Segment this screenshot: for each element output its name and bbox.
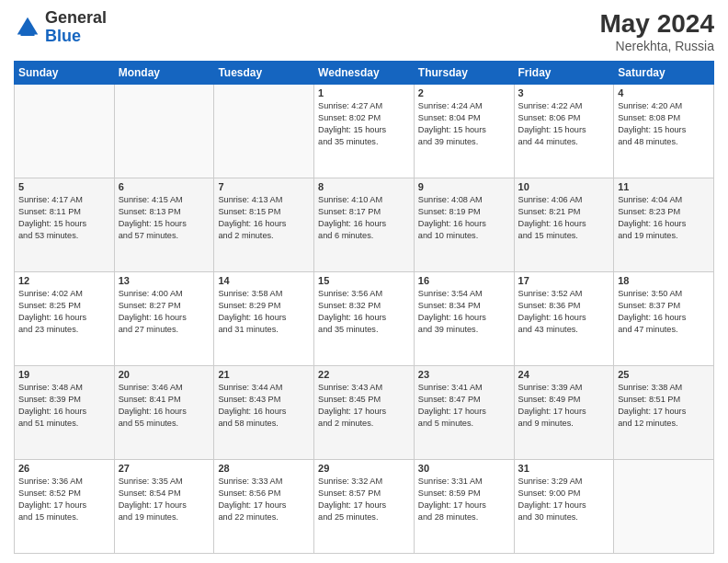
day-cell: 1Sunrise: 4:27 AM Sunset: 8:02 PM Daylig…	[314, 85, 415, 178]
day-number: 18	[618, 275, 710, 286]
day-cell: 15Sunrise: 3:56 AM Sunset: 8:32 PM Dayli…	[314, 272, 415, 366]
day-number: 13	[119, 275, 210, 286]
day-cell: 4Sunrise: 4:20 AM Sunset: 8:08 PM Daylig…	[614, 85, 714, 178]
day-number: 28	[218, 463, 310, 474]
logo-general: General	[45, 8, 107, 27]
day-cell	[214, 85, 314, 178]
day-info: Sunrise: 3:58 AM Sunset: 8:29 PM Dayligh…	[218, 288, 310, 336]
day-cell: 9Sunrise: 4:08 AM Sunset: 8:19 PM Daylig…	[414, 178, 514, 272]
logo-icon	[14, 14, 41, 41]
day-number: 6	[119, 181, 210, 192]
day-cell: 11Sunrise: 4:04 AM Sunset: 8:23 PM Dayli…	[614, 178, 714, 272]
day-cell: 3Sunrise: 4:22 AM Sunset: 8:06 PM Daylig…	[514, 85, 614, 178]
svg-rect-1	[21, 33, 35, 36]
day-info: Sunrise: 4:00 AM Sunset: 8:27 PM Dayligh…	[119, 288, 210, 336]
day-info: Sunrise: 3:39 AM Sunset: 8:49 PM Dayligh…	[518, 382, 610, 430]
day-info: Sunrise: 3:50 AM Sunset: 8:37 PM Dayligh…	[618, 288, 710, 336]
col-friday: Friday	[514, 62, 614, 85]
day-cell: 30Sunrise: 3:31 AM Sunset: 8:59 PM Dayli…	[414, 460, 514, 554]
week-row-3: 19Sunrise: 3:48 AM Sunset: 8:39 PM Dayli…	[15, 366, 714, 460]
day-cell: 31Sunrise: 3:29 AM Sunset: 9:00 PM Dayli…	[514, 460, 614, 554]
day-info: Sunrise: 3:46 AM Sunset: 8:41 PM Dayligh…	[119, 382, 210, 430]
day-number: 11	[618, 181, 710, 192]
day-info: Sunrise: 4:27 AM Sunset: 8:02 PM Dayligh…	[318, 100, 410, 148]
day-number: 21	[218, 369, 310, 380]
page: General Blue May 2024 Nerekhta, Russia S…	[0, 0, 728, 563]
day-cell: 20Sunrise: 3:46 AM Sunset: 8:41 PM Dayli…	[114, 366, 214, 460]
calendar-table: Sunday Monday Tuesday Wednesday Thursday…	[14, 61, 714, 554]
day-number: 23	[418, 369, 510, 380]
title-block: May 2024 Nerekhta, Russia	[599, 9, 714, 53]
day-info: Sunrise: 3:54 AM Sunset: 8:34 PM Dayligh…	[418, 288, 510, 336]
day-number: 5	[18, 181, 110, 192]
day-info: Sunrise: 4:08 AM Sunset: 8:19 PM Dayligh…	[418, 194, 510, 242]
day-cell: 28Sunrise: 3:33 AM Sunset: 8:56 PM Dayli…	[214, 460, 314, 554]
day-number: 4	[618, 87, 710, 98]
logo: General Blue	[14, 9, 107, 46]
col-monday: Monday	[114, 62, 214, 85]
day-info: Sunrise: 3:33 AM Sunset: 8:56 PM Dayligh…	[218, 476, 310, 523]
day-cell: 13Sunrise: 4:00 AM Sunset: 8:27 PM Dayli…	[114, 272, 214, 366]
day-cell	[114, 85, 214, 178]
day-info: Sunrise: 4:15 AM Sunset: 8:13 PM Dayligh…	[119, 194, 210, 242]
day-cell: 18Sunrise: 3:50 AM Sunset: 8:37 PM Dayli…	[614, 272, 714, 366]
day-number: 14	[218, 275, 310, 286]
day-number: 26	[18, 463, 110, 474]
day-cell: 24Sunrise: 3:39 AM Sunset: 8:49 PM Dayli…	[514, 366, 614, 460]
day-cell: 21Sunrise: 3:44 AM Sunset: 8:43 PM Dayli…	[214, 366, 314, 460]
day-info: Sunrise: 3:43 AM Sunset: 8:45 PM Dayligh…	[318, 382, 410, 430]
day-info: Sunrise: 4:20 AM Sunset: 8:08 PM Dayligh…	[618, 100, 710, 148]
day-number: 2	[418, 87, 510, 98]
day-info: Sunrise: 3:36 AM Sunset: 8:52 PM Dayligh…	[18, 476, 110, 523]
day-number: 7	[218, 181, 310, 192]
day-cell: 27Sunrise: 3:35 AM Sunset: 8:54 PM Dayli…	[114, 460, 214, 554]
day-number: 12	[18, 275, 110, 286]
day-info: Sunrise: 3:32 AM Sunset: 8:57 PM Dayligh…	[318, 476, 410, 523]
day-number: 30	[418, 463, 510, 474]
day-number: 9	[418, 181, 510, 192]
day-cell: 26Sunrise: 3:36 AM Sunset: 8:52 PM Dayli…	[15, 460, 115, 554]
day-number: 19	[18, 369, 110, 380]
day-cell: 2Sunrise: 4:24 AM Sunset: 8:04 PM Daylig…	[414, 85, 514, 178]
day-cell: 5Sunrise: 4:17 AM Sunset: 8:11 PM Daylig…	[15, 178, 115, 272]
day-number: 27	[119, 463, 210, 474]
day-cell: 17Sunrise: 3:52 AM Sunset: 8:36 PM Dayli…	[514, 272, 614, 366]
week-row-2: 12Sunrise: 4:02 AM Sunset: 8:25 PM Dayli…	[15, 272, 714, 366]
day-cell: 29Sunrise: 3:32 AM Sunset: 8:57 PM Dayli…	[314, 460, 415, 554]
day-info: Sunrise: 4:24 AM Sunset: 8:04 PM Dayligh…	[418, 100, 510, 148]
day-info: Sunrise: 4:22 AM Sunset: 8:06 PM Dayligh…	[518, 100, 610, 148]
week-row-0: 1Sunrise: 4:27 AM Sunset: 8:02 PM Daylig…	[15, 85, 714, 178]
day-number: 16	[418, 275, 510, 286]
day-info: Sunrise: 3:48 AM Sunset: 8:39 PM Dayligh…	[18, 382, 110, 430]
day-info: Sunrise: 3:44 AM Sunset: 8:43 PM Dayligh…	[218, 382, 310, 430]
day-info: Sunrise: 3:41 AM Sunset: 8:47 PM Dayligh…	[418, 382, 510, 430]
header-row: Sunday Monday Tuesday Wednesday Thursday…	[15, 62, 714, 85]
week-row-4: 26Sunrise: 3:36 AM Sunset: 8:52 PM Dayli…	[15, 460, 714, 554]
col-wednesday: Wednesday	[314, 62, 415, 85]
week-row-1: 5Sunrise: 4:17 AM Sunset: 8:11 PM Daylig…	[15, 178, 714, 272]
day-number: 20	[119, 369, 210, 380]
day-info: Sunrise: 3:31 AM Sunset: 8:59 PM Dayligh…	[418, 476, 510, 523]
day-number: 24	[518, 369, 610, 380]
day-cell: 16Sunrise: 3:54 AM Sunset: 8:34 PM Dayli…	[414, 272, 514, 366]
day-info: Sunrise: 4:13 AM Sunset: 8:15 PM Dayligh…	[218, 194, 310, 242]
svg-marker-0	[17, 17, 39, 35]
day-info: Sunrise: 4:17 AM Sunset: 8:11 PM Dayligh…	[18, 194, 110, 242]
day-cell: 14Sunrise: 3:58 AM Sunset: 8:29 PM Dayli…	[214, 272, 314, 366]
day-number: 15	[318, 275, 410, 286]
day-info: Sunrise: 4:04 AM Sunset: 8:23 PM Dayligh…	[618, 194, 710, 242]
day-cell: 25Sunrise: 3:38 AM Sunset: 8:51 PM Dayli…	[614, 366, 714, 460]
day-number: 1	[318, 87, 410, 98]
col-saturday: Saturday	[614, 62, 714, 85]
day-cell: 19Sunrise: 3:48 AM Sunset: 8:39 PM Dayli…	[15, 366, 115, 460]
day-info: Sunrise: 3:52 AM Sunset: 8:36 PM Dayligh…	[518, 288, 610, 336]
day-cell: 7Sunrise: 4:13 AM Sunset: 8:15 PM Daylig…	[214, 178, 314, 272]
day-info: Sunrise: 3:38 AM Sunset: 8:51 PM Dayligh…	[618, 382, 710, 430]
logo-blue: Blue	[45, 27, 81, 45]
day-number: 22	[318, 369, 410, 380]
day-info: Sunrise: 3:29 AM Sunset: 9:00 PM Dayligh…	[518, 476, 610, 523]
day-cell	[614, 460, 714, 554]
day-info: Sunrise: 4:06 AM Sunset: 8:21 PM Dayligh…	[518, 194, 610, 242]
day-cell	[15, 85, 115, 178]
day-info: Sunrise: 3:56 AM Sunset: 8:32 PM Dayligh…	[318, 288, 410, 336]
